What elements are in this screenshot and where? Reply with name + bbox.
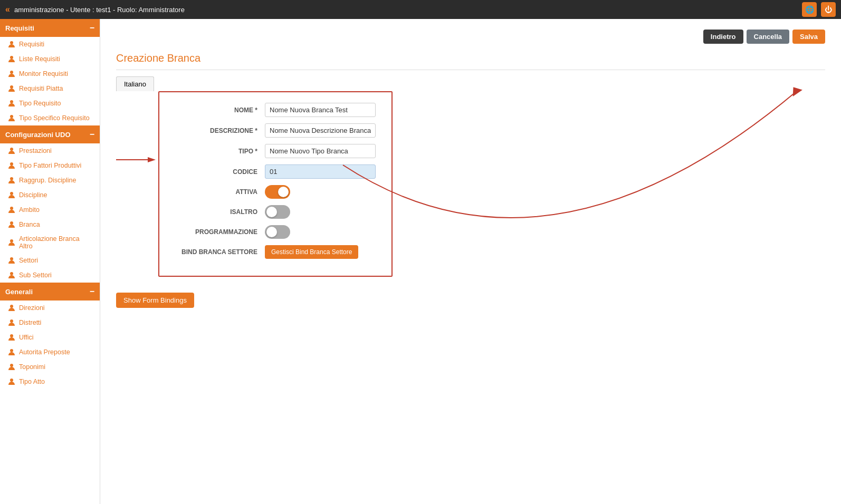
user-icon	[7, 191, 16, 199]
svg-point-0	[10, 41, 13, 44]
tipo-label: TIPO *	[175, 148, 265, 155]
isaltro-toggle[interactable]	[265, 205, 290, 219]
header-right: 🌐 ⏻	[802, 2, 836, 17]
user-icon	[7, 206, 16, 214]
svg-point-15	[10, 305, 13, 308]
sidebar-item-prestazioni[interactable]: Prestazioni	[0, 143, 100, 158]
user-icon	[7, 363, 16, 371]
show-form-bindings-button[interactable]: Show Form Bindings	[116, 293, 194, 308]
programmazione-label: PROGRAMMAZIONE	[175, 228, 265, 236]
power-button[interactable]: ⏻	[821, 2, 836, 17]
toolbar: Indietro Cancella Salva	[116, 30, 825, 44]
right-arrow-annotation	[338, 62, 823, 285]
sidebar-item-monitor-requisiti[interactable]: Monitor Requisiti	[0, 66, 100, 81]
header: « amministrazione - Utente : test1 - Ruo…	[0, 0, 841, 19]
attiva-toggle[interactable]	[265, 185, 290, 199]
sidebar-section-requisiti[interactable]: Requisiti −	[0, 19, 100, 37]
user-icon	[7, 161, 16, 170]
svg-point-11	[10, 221, 13, 225]
gestisci-bind-button[interactable]: Gestisci Bind Branca Settore	[265, 245, 358, 259]
header-title: amministrazione - Utente : test1 - Ruolo…	[14, 6, 185, 14]
svg-point-13	[10, 257, 13, 260]
sidebar-item-tipo-requisito[interactable]: Tipo Requisito	[0, 96, 100, 111]
sidebar-item-settori[interactable]: Settori	[0, 253, 100, 268]
sidebar-item-autorita-preposte[interactable]: Autorita Preposte	[0, 345, 100, 360]
form-container: NOME * DESCRIZIONE * TIPO * CODICE	[158, 91, 393, 277]
sidebar-item-ambito[interactable]: Ambito	[0, 202, 100, 217]
sidebar-item-requisiti[interactable]: Requisiti	[0, 37, 100, 52]
sidebar-item-uffici[interactable]: Uffici	[0, 330, 100, 345]
codice-input[interactable]	[265, 164, 376, 179]
user-icon	[7, 99, 16, 108]
user-icon	[7, 318, 16, 327]
sidebar-section-configurazioni[interactable]: Configurazioni UDO −	[0, 125, 100, 143]
globe-button[interactable]: 🌐	[802, 2, 817, 17]
sidebar-requisiti-items: Requisiti Liste Requisiti Monitor Requis…	[0, 37, 100, 125]
form-row-tipo: TIPO *	[175, 144, 376, 158]
cancella-button[interactable]: Cancella	[747, 30, 789, 44]
sidebar-item-articolazione-branca[interactable]: Articolazione Branca Altro	[0, 232, 100, 253]
tab-italiano[interactable]: Italiano	[116, 76, 154, 91]
svg-point-10	[10, 207, 13, 210]
form-row-attiva: ATTIVA	[175, 185, 376, 199]
sidebar-item-direzioni[interactable]: Direzioni	[0, 301, 100, 315]
layout: Requisiti − Requisiti Liste Requisiti Mo…	[0, 19, 841, 504]
form-row-isaltro: ISALTRO	[175, 205, 376, 219]
sidebar-item-tipo-atto[interactable]: Tipo Atto	[0, 374, 100, 389]
tab-bar: Italiano	[116, 76, 825, 91]
svg-marker-22	[148, 157, 156, 162]
user-icon	[7, 147, 16, 155]
sidebar-item-branca[interactable]: Branca	[0, 217, 100, 232]
svg-point-17	[10, 334, 13, 337]
sidebar-item-raggrup-discipline[interactable]: Raggrup. Discipline	[0, 173, 100, 188]
svg-point-1	[10, 56, 13, 59]
descrizione-input[interactable]	[265, 123, 376, 138]
nome-input[interactable]	[265, 103, 376, 117]
sidebar-item-sub-settori[interactable]: Sub Settori	[0, 268, 100, 283]
page-title: Creazione Branca	[116, 52, 825, 70]
sidebar-item-toponimi[interactable]: Toponimi	[0, 360, 100, 374]
back-arrow-icon[interactable]: «	[5, 5, 10, 14]
user-icon	[7, 114, 16, 122]
attiva-label: ATTIVA	[175, 188, 265, 196]
header-left: « amministrazione - Utente : test1 - Ruo…	[5, 5, 185, 14]
sidebar-section-requisiti-label: Requisiti	[5, 24, 34, 32]
user-icon	[7, 220, 16, 229]
user-icon	[7, 348, 16, 356]
sidebar: Requisiti − Requisiti Liste Requisiti Mo…	[0, 19, 100, 504]
svg-point-12	[10, 239, 13, 243]
user-icon	[7, 333, 16, 342]
main-content: Indietro Cancella Salva Creazione Branca…	[100, 19, 841, 504]
indietro-button[interactable]: Indietro	[703, 30, 743, 44]
sidebar-item-tipo-fattori[interactable]: Tipo Fattori Produttivi	[0, 158, 100, 173]
user-icon	[7, 55, 16, 63]
collapse-requisiti-icon: −	[90, 23, 94, 33]
salva-button[interactable]: Salva	[792, 30, 825, 44]
sidebar-section-configurazioni-label: Configurazioni UDO	[5, 131, 71, 139]
programmazione-toggle[interactable]	[265, 225, 290, 239]
svg-point-3	[10, 85, 13, 89]
collapse-configurazioni-icon: −	[90, 130, 94, 139]
svg-point-4	[10, 100, 13, 103]
tipo-input[interactable]	[265, 144, 376, 158]
svg-point-7	[10, 162, 13, 166]
svg-point-19	[10, 364, 13, 367]
bind-branca-label: BIND BRANCA SETTORE	[175, 248, 265, 256]
sidebar-item-tipo-specifico-requisito[interactable]: Tipo Specifico Requisito	[0, 111, 100, 125]
form-row-bind-branca: BIND BRANCA SETTORE Gestisci Bind Branca…	[175, 245, 376, 259]
user-icon	[7, 377, 16, 386]
form-row-codice: CODICE	[175, 164, 376, 179]
user-icon	[7, 40, 16, 49]
sidebar-item-distretti[interactable]: Distretti	[0, 315, 100, 330]
svg-point-8	[10, 177, 13, 180]
sidebar-item-liste-requisiti[interactable]: Liste Requisiti	[0, 52, 100, 66]
collapse-generali-icon: −	[90, 287, 94, 296]
user-icon	[7, 304, 16, 312]
sidebar-item-discipline[interactable]: Discipline	[0, 188, 100, 202]
sidebar-item-requisiti-piatta[interactable]: Requisiti Piatta	[0, 81, 100, 96]
sidebar-section-generali[interactable]: Generali −	[0, 283, 100, 301]
svg-point-18	[10, 349, 13, 352]
user-icon	[7, 176, 16, 185]
form-row-programmazione: PROGRAMMAZIONE	[175, 225, 376, 239]
svg-point-6	[10, 148, 13, 151]
